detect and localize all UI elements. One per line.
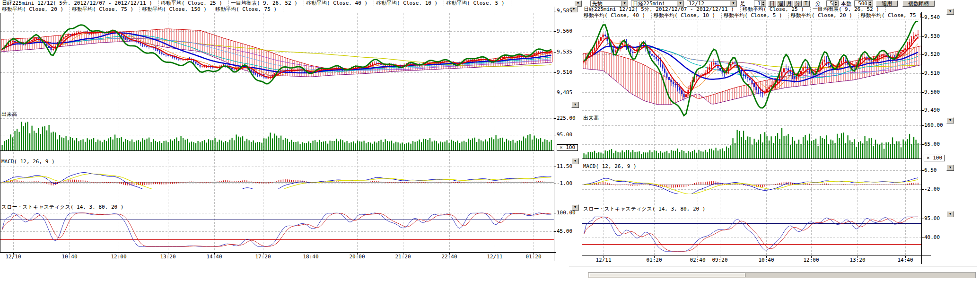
y-axis-tick-label: 11.50	[557, 164, 572, 169]
period-tick-button[interactable]: T	[802, 0, 810, 7]
spinner-up-down-icon[interactable]	[868, 1, 873, 6]
right-chart-graphics	[582, 12, 931, 264]
indicator-header-cell: 移動平均( Close, 20 )	[789, 13, 859, 18]
indicator-header-cell: 移動平均( Close, 40 )	[582, 13, 652, 18]
right-macd-plot	[584, 178, 919, 196]
time-axis-label: 10:40	[59, 254, 80, 260]
indicator-header-cell: 一目均衡表( 9, 26, 52 )	[229, 0, 304, 6]
right-ichimoku-cloud	[583, 46, 921, 105]
right-ma-lines-thick	[584, 21, 919, 115]
count-label[interactable]: 本数	[841, 0, 851, 7]
time-axis-label: 13:20	[158, 254, 178, 260]
stochastics-pane-label: スロー・ストキャスティクス( 14, 3, 80, 20 )	[1, 204, 123, 210]
y-axis-tick-label: 95.00	[557, 132, 572, 138]
pane-dropdown-button[interactable]: ▼	[571, 102, 579, 108]
time-axis-label: 12/11	[593, 257, 614, 263]
y-axis-tick-label: 9,530	[924, 34, 940, 39]
scrollbar-thumb[interactable]	[589, 273, 745, 277]
spinner-up-down-icon[interactable]	[761, 1, 766, 6]
y-axis-tick-label: -2.00	[924, 186, 940, 192]
volume-multiplier-badge: × 100	[924, 155, 945, 161]
indicator-header-cell: 日経225mini 12/12( 5分, 2012/12/07 - 2012/1…	[582, 7, 741, 12]
period-minute-button[interactable]: 分	[794, 0, 802, 7]
y-axis-tick-label: 9,585	[557, 8, 572, 14]
volume-pane-label: 出来高	[583, 115, 599, 121]
bar-type-label[interactable]: 足	[740, 0, 745, 7]
count-spinner[interactable]: 500	[854, 0, 873, 7]
minute-value-spinner[interactable]: 5	[826, 0, 839, 7]
left-gridlines	[0, 11, 554, 252]
right-chart-header-row2: 移動平均( Close, 40 )移動平均( Close, 10 )移動平均( …	[582, 13, 921, 19]
indicator-header-cell: 移動平均( Close, 150 )	[140, 7, 213, 12]
y-axis-tick-label: 95.00	[924, 216, 940, 221]
date-select-value: 12/12	[689, 1, 704, 7]
spinner-up-down-icon[interactable]	[833, 1, 838, 6]
indicator-header-cell: 移動平均( Close, 10 )	[374, 0, 444, 6]
time-axis-label: 12/11	[484, 254, 505, 260]
right-stochastics-plot	[584, 217, 919, 251]
left-chart-header-row1: 日経225mini 12/12( 5分, 2012/12/07 - 2012/1…	[0, 0, 554, 7]
macd-pane-label: MACD( 12, 26, 9 )	[583, 164, 637, 169]
y-axis-tick-label: 40.00	[924, 235, 940, 240]
time-axis-label: 01:20	[644, 257, 665, 263]
y-axis-tick-label: 9,510	[557, 70, 572, 75]
time-axis-label: 14:40	[895, 257, 916, 263]
period-day-button[interactable]: 日	[768, 0, 776, 7]
apply-button[interactable]: 適用	[876, 0, 898, 7]
time-axis-label: 14:40	[204, 254, 225, 260]
pane-dropdown-button[interactable]: ▼	[946, 9, 954, 15]
y-axis-tick-label: 9,485	[557, 90, 572, 96]
indicator-header-cell: 一目均衡表( 9, 26, 52 )	[811, 7, 886, 12]
minute-value: 5	[830, 1, 833, 6]
indicator-header-cell: 移動平均( Close, 75 )	[859, 13, 921, 18]
left-chart-graphics	[0, 7, 556, 261]
time-axis-label: 17:20	[253, 254, 273, 260]
horizontal-scrollbar[interactable]	[588, 272, 976, 278]
right-chart-header-row1: 日経225mini 12/12( 5分, 2012/12/07 - 2012/1…	[582, 7, 921, 13]
indicator-header-cell: 移動平均( Close, 25 )	[741, 7, 811, 12]
minute-unit-label[interactable]: 分	[815, 0, 821, 7]
bar-interval-spinner[interactable]: 1	[754, 0, 766, 7]
y-axis-tick-label: 6.50	[924, 167, 937, 173]
indicator-header-cell: 移動平均( Close, 10 )	[652, 13, 722, 18]
period-week-button[interactable]: 週	[777, 0, 785, 7]
time-axis-label: 01:20	[523, 254, 544, 260]
indicator-header-cell: 移動平均( Close, 5 )	[444, 0, 511, 6]
y-axis-tick-label: 9,510	[924, 70, 940, 76]
pane-dropdown-button[interactable]: ▼	[571, 158, 579, 164]
time-axis-label: 02:40	[687, 257, 708, 263]
multi-symbol-button[interactable]: 複数銘柄	[902, 0, 935, 7]
time-axis-label: 12:00	[108, 254, 129, 260]
date-select[interactable]: 12/12 ▼	[687, 0, 737, 7]
time-axis-label: 12/10	[3, 254, 24, 260]
indicator-header-cell: 日経225mini 12/12( 5分, 2012/12/07 - 2012/1…	[0, 0, 159, 6]
time-axis-label: 10:40	[756, 257, 777, 263]
pane-dropdown-button[interactable]: ▼	[946, 211, 954, 217]
volume-pane-label: 出来高	[1, 112, 17, 117]
left-macd-plot	[2, 173, 551, 197]
y-axis-tick-label: 9,490	[924, 107, 940, 113]
indicator-header-cell: 移動平均( Close, 40 )	[304, 0, 374, 6]
pane-dropdown-button[interactable]: ▼	[946, 165, 954, 171]
right-volume-bars	[584, 128, 919, 159]
indicator-header-cell: 移動平均( Close, 20 )	[0, 7, 70, 12]
chevron-down-icon[interactable]: ▼	[677, 1, 683, 6]
indicator-header-cell: 移動平均( Close, 75 )	[70, 7, 140, 12]
left-chart-header-row2: 移動平均( Close, 20 )移動平均( Close, 75 )移動平均( …	[0, 7, 554, 13]
time-axis-label: 12:00	[801, 257, 822, 263]
chevron-down-icon[interactable]: ▼	[730, 1, 736, 6]
market-select-value: 先物	[592, 1, 603, 7]
pane-dropdown-button[interactable]: ▼	[571, 204, 579, 211]
time-axis-label: 18:40	[300, 254, 321, 260]
period-month-button[interactable]: 月	[785, 0, 793, 7]
y-axis-tick-label: 9,520	[924, 52, 940, 57]
charts-canvas[interactable]	[0, 0, 980, 282]
symbol-select[interactable]: 日経225mini ▼	[631, 0, 684, 7]
market-select[interactable]: 先物 ▼	[590, 0, 628, 7]
chart-application: 日経225mini 12/12( 5分, 2012/12/07 - 2012/1…	[0, 0, 980, 282]
y-axis-tick-label: 9,560	[557, 28, 572, 34]
pane-dropdown-button[interactable]: ▼	[946, 117, 954, 123]
time-axis-label: 09:20	[709, 257, 730, 263]
time-axis-label: 13:20	[847, 257, 868, 263]
chevron-down-icon[interactable]: ▼	[621, 1, 628, 6]
